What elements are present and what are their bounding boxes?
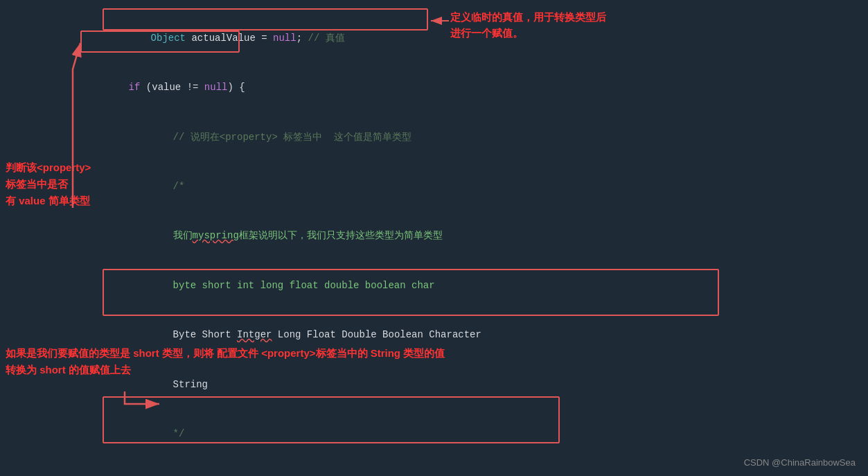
code-line-4: /*	[83, 162, 847, 211]
code-line-6: byte short int long float double boolean…	[83, 261, 847, 310]
code-line-10: // 获取属性类型名	[83, 459, 847, 476]
annotation-top-right: 定义临时的真值，用于转换类型后进行一个赋值。	[450, 10, 606, 41]
code-line-3: // 说明在<property> 标签当中 这个值是简单类型	[83, 113, 847, 162]
annotation-bottom-left: 如果是我们要赋值的类型是 short 类型，则将 配置文件 <property>…	[6, 345, 445, 378]
code-line-9: */	[83, 409, 847, 459]
annotation-left-middle: 判断该<property>标签当中是否有 value 简单类型	[6, 159, 91, 209]
watermark: CSDN @ChinaRainbowSea	[744, 457, 856, 468]
code-line-5: 我们myspring框架说明以下，我们只支持这些类型为简单类型	[83, 212, 847, 261]
code-line-2: if (value != null) {	[83, 63, 847, 112]
code-area: Object actualValue = null; // 真值 if (val…	[0, 0, 868, 476]
